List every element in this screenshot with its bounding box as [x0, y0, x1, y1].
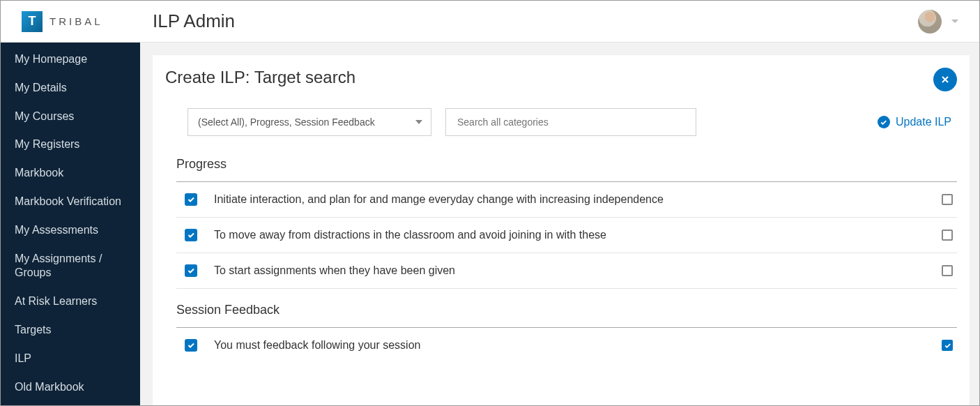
- check-icon: [944, 342, 951, 349]
- update-ilp-label: Update ILP: [896, 116, 951, 128]
- row-left-checkbox[interactable]: [185, 229, 197, 241]
- target-text: Initiate interaction, and plan for and m…: [214, 193, 942, 206]
- check-icon: [187, 195, 195, 204]
- target-text: To start assignments when they have been…: [214, 264, 942, 277]
- check-icon: [187, 231, 195, 239]
- sidebar-item-targets[interactable]: Targets: [1, 316, 140, 345]
- category-select-value: (Select All), Progress, Session Feedback: [198, 116, 375, 128]
- section-session-feedback: Session Feedback You must feedback follo…: [176, 303, 957, 363]
- row-right-checkbox[interactable]: [942, 340, 953, 351]
- sidebar-item-my-courses[interactable]: My Courses: [1, 103, 140, 131]
- sidebar-item-my-assignments-groups[interactable]: My Assignments / Groups: [1, 245, 140, 288]
- close-icon: [940, 74, 951, 85]
- target-text: You must feedback following your session: [214, 339, 942, 352]
- sidebar-item-my-homepage[interactable]: My Homepage: [1, 45, 140, 74]
- check-circle-icon: [878, 116, 890, 128]
- section-progress: Progress Initiate interaction, and plan …: [176, 157, 957, 289]
- row-right-checkbox[interactable]: [942, 230, 953, 241]
- check-icon: [187, 341, 195, 349]
- brand-tile-icon: T: [22, 11, 43, 32]
- row-right-checkbox[interactable]: [942, 194, 953, 205]
- target-row: Initiate interaction, and plan for and m…: [176, 182, 957, 218]
- sidebar-item-at-risk-learners[interactable]: At Risk Learners: [1, 287, 140, 316]
- sidebar: My Homepage My Details My Courses My Reg…: [1, 43, 140, 405]
- target-row: To move away from distractions in the cl…: [176, 218, 957, 253]
- chevron-down-icon: [951, 20, 958, 23]
- avatar: [918, 10, 942, 33]
- search-box[interactable]: [445, 108, 696, 136]
- check-icon: [187, 266, 195, 275]
- row-left-checkbox[interactable]: [185, 339, 197, 352]
- page-title: ILP Admin: [153, 10, 235, 32]
- brand-word: TRIBAL: [49, 15, 103, 27]
- sidebar-item-my-details[interactable]: My Details: [1, 74, 140, 103]
- panel: Create ILP: Target search (Select All), …: [153, 55, 970, 405]
- close-button[interactable]: [933, 68, 957, 91]
- brand-block: T TRIBAL: [22, 11, 153, 32]
- search-input[interactable]: [456, 116, 686, 128]
- sidebar-item-old-markbook[interactable]: Old Markbook: [1, 373, 140, 402]
- panel-title: Create ILP: Target search: [165, 68, 957, 87]
- section-title: Session Feedback: [176, 303, 957, 327]
- target-row: To start assignments when they have been…: [176, 253, 957, 289]
- chevron-down-icon: [415, 120, 422, 124]
- sidebar-item-ilp[interactable]: ILP: [1, 345, 140, 373]
- sidebar-item-markbook-verification[interactable]: Markbook Verification: [1, 188, 140, 216]
- row-left-checkbox[interactable]: [185, 193, 197, 206]
- section-title: Progress: [176, 157, 957, 181]
- sidebar-item-my-assessments[interactable]: My Assessments: [1, 216, 140, 245]
- target-text: To move away from distractions in the cl…: [214, 229, 942, 241]
- category-select[interactable]: (Select All), Progress, Session Feedback: [187, 108, 431, 136]
- target-row: You must feedback following your session: [176, 328, 957, 363]
- top-bar: T TRIBAL ILP Admin: [1, 1, 979, 43]
- row-right-checkbox[interactable]: [942, 265, 953, 276]
- sidebar-item-markbook[interactable]: Markbook: [1, 159, 140, 188]
- update-ilp-button[interactable]: Update ILP: [878, 116, 951, 128]
- filter-row: (Select All), Progress, Session Feedback…: [187, 108, 957, 136]
- row-left-checkbox[interactable]: [185, 264, 197, 277]
- user-menu[interactable]: [918, 10, 958, 33]
- sidebar-item-my-registers[interactable]: My Registers: [1, 130, 140, 159]
- content-area: Create ILP: Target search (Select All), …: [140, 43, 979, 405]
